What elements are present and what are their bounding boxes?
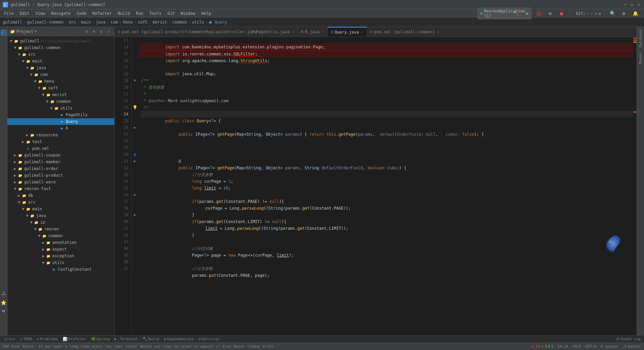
tree-main2[interactable]: ▼ 📁 main	[7, 206, 114, 212]
menu-build[interactable]: Build	[115, 10, 132, 16]
breadcrumb-gulimall[interactable]: gulimall	[3, 20, 22, 25]
menu-window[interactable]: Window	[178, 10, 198, 16]
breadcrumb-java[interactable]: java	[96, 20, 106, 25]
structure-icon[interactable]	[0, 290, 7, 298]
tree-exception[interactable]: ▶ 📁 exception	[7, 253, 114, 259]
code-editor[interactable]: 13 14 15 16 17 18 19 20 21 22 23 24 25 2…	[115, 37, 637, 335]
settings-button[interactable]: ⚙	[619, 9, 629, 18]
status-errors[interactable]: ⊘ 14 ⚠ 3 ℹ 1	[532, 344, 553, 349]
tree-common2[interactable]: ▼ 📁 common	[7, 232, 114, 239]
window-controls[interactable]: ─ □ ✕	[623, 2, 641, 7]
status-indent[interactable]: 4 spaces	[600, 344, 618, 349]
build-button[interactable]: 🔨	[511, 9, 521, 18]
tree-io[interactable]: ▼ 📁 io	[7, 219, 114, 226]
tab-close-pom-common[interactable]: ✕	[437, 30, 439, 34]
tool-event-log[interactable]: ① Event Log	[614, 336, 643, 343]
tab-close-r[interactable]: ✕	[322, 30, 324, 34]
tab-query[interactable]: Q Query.java ✕	[328, 27, 367, 37]
tool-problems[interactable]: ⊘ Problems	[35, 336, 60, 343]
breadcrumb-merist[interactable]: merist	[153, 20, 167, 25]
tab-close-query[interactable]: ✕	[361, 30, 363, 34]
tree-common-pkg[interactable]: ▼ 📁 common	[7, 98, 114, 105]
tree-renren[interactable]: ▼ 📁 renren	[7, 226, 114, 232]
tree-test[interactable]: ▶ 📁 test	[7, 138, 114, 145]
tool-spring[interactable]: 🌿 Spring	[89, 336, 112, 343]
project-dropdown-arrow[interactable]: ▼	[35, 30, 37, 33]
minimize-button[interactable]: ─	[623, 2, 628, 7]
plugin-bird-icon[interactable]	[603, 234, 623, 255]
tree-java[interactable]: ▼ 📁 java	[7, 64, 114, 71]
breadcrumb-common[interactable]: gulimall-common	[27, 20, 63, 25]
project-view-icon[interactable]	[0, 29, 7, 36]
tool-build[interactable]: 🔨 Build	[141, 336, 161, 343]
menu-help[interactable]: Help	[199, 10, 214, 16]
tree-ware[interactable]: ▶ 📁 gulimall-ware	[7, 179, 114, 185]
status-encoding[interactable]: UTF-8	[585, 344, 596, 349]
breadcrumb-src[interactable]: src	[69, 20, 76, 25]
tree-renren-fast[interactable]: ▼ 📁 renren-fast	[7, 185, 114, 192]
tree-member[interactable]: ▶ 📁 gulimall-member	[7, 159, 114, 165]
favorites-icon[interactable]: ♥	[0, 308, 7, 315]
project-locate-file[interactable]: ⊕	[91, 29, 97, 35]
tree-soft[interactable]: ▼ 📁 soft	[7, 85, 114, 91]
tree-aspect[interactable]: ▶ 📁 aspect	[7, 246, 114, 253]
breadcrumb-common2[interactable]: common	[172, 20, 187, 25]
menu-run[interactable]: Run	[133, 10, 146, 16]
breadcrumb-henu[interactable]: henu	[123, 20, 133, 25]
tab-close-pageutils[interactable]: ✕	[292, 30, 294, 34]
debug-button[interactable]: 🐞	[534, 9, 543, 18]
breadcrumb-main[interactable]: main	[81, 20, 91, 25]
tree-src[interactable]: ▼ 📁 src	[7, 51, 114, 58]
tree-com[interactable]: ▼ 📁 com	[7, 71, 114, 78]
tree-db[interactable]: ▶ 📁 db	[7, 192, 114, 199]
maven-panel-label[interactable]: Maven	[637, 50, 644, 67]
tree-main[interactable]: ▼ 📁 main	[7, 58, 114, 64]
menu-refactor[interactable]: Refactor	[90, 10, 114, 16]
gutter-31-fold[interactable]: ▶	[131, 158, 138, 165]
tool-dependencies[interactable]: ⊞ Dependencies	[162, 336, 196, 343]
tool-profiler[interactable]: 📊 Profiler	[61, 336, 88, 343]
run-config-selector[interactable]: ▶ RenrenApplication (1) ▼	[500, 9, 509, 18]
gutter-19-fold[interactable]: ▼	[131, 77, 138, 84]
close-button[interactable]: ✕	[636, 2, 641, 7]
tree-utils2[interactable]: ▼ 📁 utils	[7, 259, 114, 266]
stop-button[interactable]: ■	[557, 9, 566, 18]
breadcrumb-query[interactable]: ● Query	[209, 20, 227, 25]
code-content[interactable]: import com.baomidou.mybatisplus.extensio…	[138, 37, 633, 335]
menu-tools[interactable]: Tools	[147, 10, 164, 16]
database-panel-label[interactable]: Database	[637, 27, 644, 50]
tree-r[interactable]: ▶ ● R	[7, 125, 114, 132]
notifications-button[interactable]: 🔔	[631, 9, 640, 18]
menu-file[interactable]: File	[1, 10, 16, 16]
menu-code[interactable]: Code	[74, 10, 89, 16]
tree-src2[interactable]: ▼ 📁 src	[7, 199, 114, 206]
tree-coupon[interactable]: ▶ 📁 gulimall-coupon	[7, 152, 114, 159]
tree-gulimall[interactable]: ▼ 📁 gulimall D:/Java/JavaCode/gulimall	[7, 38, 114, 44]
tool-todo[interactable]: ☑ TODO	[18, 336, 34, 343]
tool-services[interactable]: ⚙ Services	[197, 336, 222, 343]
status-line-ending[interactable]: CRLF	[573, 344, 582, 349]
tree-gulimall-common[interactable]: ▼ 📁 gulimall-common	[7, 44, 114, 51]
tab-pom-common[interactable]: m pom.xml (gulimall-common) ✕	[367, 27, 434, 37]
tab-pageutils[interactable]: P PageUtils.java ✕	[249, 27, 298, 37]
tab-r[interactable]: R R.java ✕	[298, 27, 327, 37]
gutter-36-fold[interactable]: ▶	[131, 191, 138, 198]
tree-query[interactable]: ▶ ● Query	[7, 118, 114, 125]
status-branch[interactable]: ⎇ master	[622, 344, 641, 349]
menu-navigate[interactable]: Navigate	[49, 10, 73, 16]
tree-pageutils[interactable]: ▶ ● PageUtils	[7, 112, 114, 118]
status-position[interactable]: 24:14	[557, 344, 569, 349]
tool-terminal[interactable]: ▶_ Terminal	[112, 336, 140, 343]
breadcrumb-com[interactable]: com	[111, 20, 118, 25]
run-with-coverage-button[interactable]: ⚙	[545, 9, 555, 18]
menu-edit[interactable]: Edit	[17, 10, 32, 16]
tool-git[interactable]: ⎇ Git	[1, 336, 17, 343]
tree-order[interactable]: ▶ 📁 gulimall-order	[7, 165, 114, 172]
gutter-39-fold[interactable]: ▶	[131, 212, 138, 218]
tree-java2[interactable]: ▼ 📁 java	[7, 212, 114, 219]
project-gear[interactable]: ⚙	[98, 29, 104, 35]
tree-product[interactable]: ▶ 📁 gulimall-product	[7, 172, 114, 179]
search-everywhere-button[interactable]: 🔍	[608, 9, 617, 18]
project-close[interactable]: ✕	[106, 29, 112, 35]
tab-pom-product[interactable]: m pom.xml (gulimall-product) ✕	[115, 27, 182, 37]
